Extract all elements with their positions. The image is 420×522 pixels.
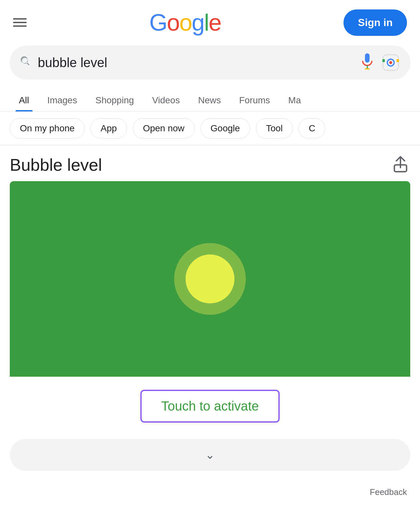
- chevron-down-icon: ⌄: [205, 448, 215, 462]
- share-icon[interactable]: [391, 155, 410, 175]
- feedback-link[interactable]: Feedback: [370, 487, 407, 497]
- bubble-inner: [186, 254, 234, 303]
- microphone-icon[interactable]: [360, 53, 374, 72]
- svg-rect-7: [397, 59, 399, 62]
- expand-section[interactable]: ⌄: [10, 439, 410, 471]
- chip-more[interactable]: C: [299, 118, 325, 138]
- tab-shopping[interactable]: Shopping: [86, 89, 143, 111]
- touch-to-activate-button[interactable]: Touch to activate: [140, 390, 280, 423]
- hamburger-line-3: [13, 25, 27, 27]
- hamburger-line-2: [13, 22, 27, 23]
- bubble-level-widget[interactable]: [10, 181, 410, 377]
- search-input[interactable]: [38, 55, 354, 70]
- search-tabs: All Images Shopping Videos News Forums M…: [0, 86, 420, 112]
- result-section: Bubble level: [0, 145, 420, 377]
- search-container: [0, 42, 420, 86]
- filter-chips: On my phone App Open now Google Tool C: [0, 112, 420, 145]
- result-header: Bubble level: [10, 155, 410, 175]
- hamburger-line-1: [13, 18, 27, 20]
- search-icon: [20, 55, 31, 70]
- google-logo: Google: [149, 9, 221, 36]
- activate-section: Touch to activate: [0, 377, 420, 436]
- result-title: Bubble level: [10, 155, 102, 175]
- svg-rect-6: [383, 59, 385, 62]
- search-bar: [10, 46, 410, 80]
- chip-tool[interactable]: Tool: [256, 118, 293, 138]
- tab-forums[interactable]: Forums: [230, 89, 279, 111]
- tab-news[interactable]: News: [189, 89, 230, 111]
- svg-point-5: [389, 61, 392, 64]
- header: Google Sign in: [0, 0, 420, 42]
- tab-images[interactable]: Images: [38, 89, 86, 111]
- feedback-section: Feedback: [0, 484, 420, 507]
- bubble-outer: [174, 243, 246, 315]
- svg-rect-0: [365, 53, 370, 63]
- tab-maps[interactable]: Ma: [279, 89, 310, 111]
- chip-on-my-phone[interactable]: On my phone: [10, 118, 85, 138]
- google-lens-icon[interactable]: [381, 53, 400, 72]
- chip-google[interactable]: Google: [201, 118, 250, 138]
- chip-app[interactable]: App: [91, 118, 127, 138]
- sign-in-button[interactable]: Sign in: [343, 9, 407, 36]
- chip-open-now[interactable]: Open now: [133, 118, 195, 138]
- hamburger-menu-button[interactable]: [13, 18, 27, 27]
- tab-all[interactable]: All: [10, 89, 38, 111]
- tab-videos[interactable]: Videos: [143, 89, 189, 111]
